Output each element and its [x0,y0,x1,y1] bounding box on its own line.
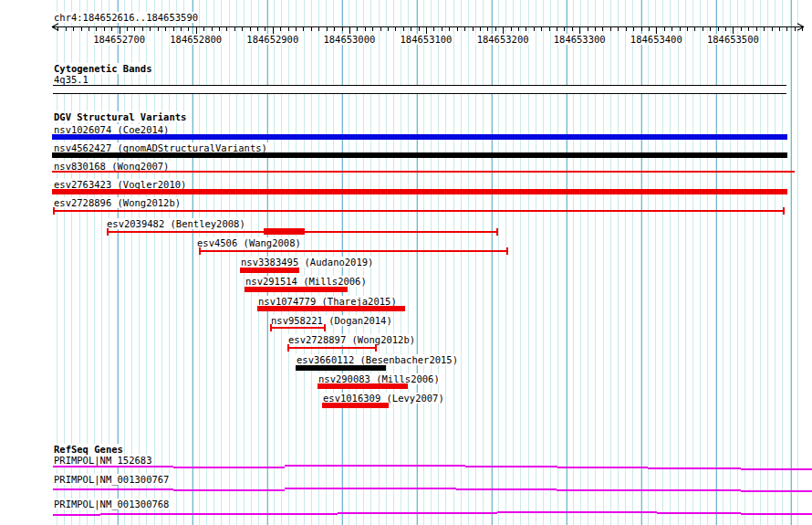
gene-line-segment[interactable] [338,512,497,514]
gene-line-segment[interactable] [741,490,812,492]
gene-line-segment[interactable] [285,488,456,489]
gene-line-segment[interactable] [173,467,285,468]
gene-line-segment[interactable] [657,512,741,514]
gene-line-segment[interactable] [285,465,465,467]
gene-line-segment[interactable] [741,468,812,470]
gene-line-segment[interactable] [648,489,741,491]
gene-label[interactable]: PRIMPOL|NM_152683 [53,455,152,466]
gene-line-segment[interactable] [648,467,741,469]
gene-line-segment[interactable] [497,511,657,513]
gene-label[interactable]: PRIMPOL|NM_001300767 [53,474,170,485]
gene-line-segment[interactable] [192,513,338,515]
gene-label[interactable]: PRIMPOL|NM_001300768 [53,499,170,509]
gene-line-segment[interactable] [456,488,557,490]
gene-line-segment[interactable] [557,489,648,491]
gene-line-segment[interactable] [53,466,173,467]
genome-browser-view: chr4:184652616..184653590 18465270018465… [0,0,812,525]
refseq-gene-rows: PRIMPOL|NM_152683PRIMPOL|NM_001300767PRI… [0,0,812,525]
gene-line-segment[interactable] [557,467,648,468]
gene-line-segment[interactable] [53,488,173,490]
gene-line-segment[interactable] [741,513,812,515]
gene-line-segment[interactable] [53,514,100,516]
gene-line-segment[interactable] [100,513,192,515]
gene-line-segment[interactable] [465,466,557,467]
gene-line-segment[interactable] [173,489,285,491]
